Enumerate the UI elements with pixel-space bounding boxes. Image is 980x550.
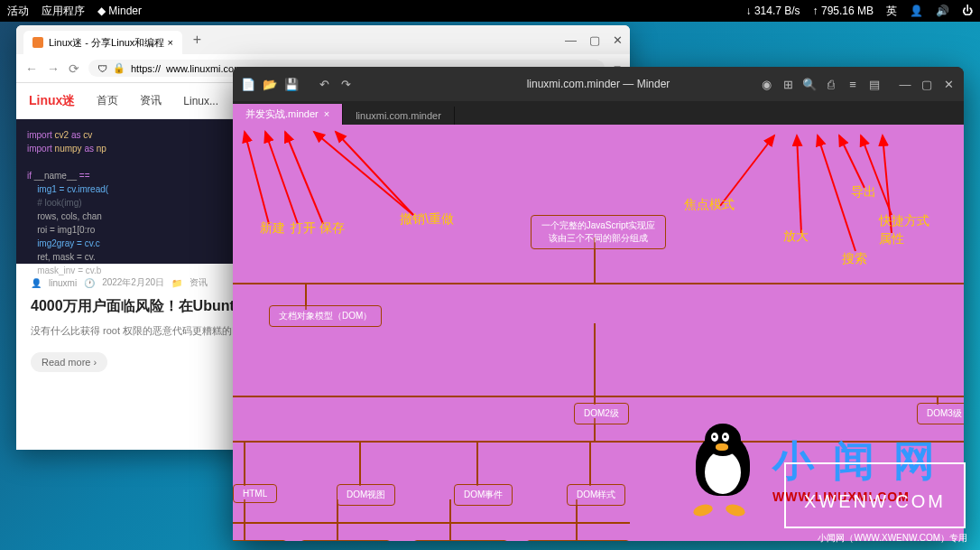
window-maximize-button[interactable]: ▢: [917, 74, 937, 94]
svg-line-6: [720, 135, 774, 206]
net-up-indicator: ↑ 795.16 MB: [813, 5, 874, 17]
edge: [233, 283, 964, 284]
annotation-label: 快捷方式: [879, 213, 929, 229]
annotation-label: 保存: [319, 220, 345, 237]
applications-button[interactable]: 应用程序: [42, 4, 85, 19]
annotation-label: 属性: [879, 231, 904, 247]
open-file-button[interactable]: 📂: [260, 74, 280, 94]
annotation-label: 放大: [783, 228, 809, 245]
menu-button[interactable]: ≡: [843, 74, 863, 94]
power-icon[interactable]: ⏻: [962, 5, 973, 17]
annotation-label: 打开: [291, 220, 316, 237]
annotation-label: 新建: [260, 220, 285, 237]
url-host: www.linuxmi.com: [166, 63, 242, 74]
user-icon[interactable]: 👤: [910, 5, 923, 17]
svg-line-4: [314, 132, 413, 215]
edge: [233, 522, 630, 524]
edge: [359, 441, 361, 486]
edge: [589, 441, 591, 486]
folder-icon: 📁: [171, 278, 182, 288]
edge: [233, 396, 964, 397]
site-logo[interactable]: Linux迷: [29, 93, 75, 109]
window-minimize-button[interactable]: —: [565, 33, 577, 47]
zoom-button[interactable]: ⊞: [778, 74, 798, 94]
activities-button[interactable]: 活动: [7, 4, 29, 19]
edge: [244, 441, 245, 486]
document-tab[interactable]: 并发实战.minder×: [233, 104, 343, 125]
author-icon: 👤: [31, 278, 42, 288]
edge: [594, 323, 596, 396]
document-tab[interactable]: linuxmi.com.minder: [343, 107, 455, 125]
edge: [449, 499, 451, 541]
new-tab-button[interactable]: +: [188, 32, 207, 48]
url-prefix: https://: [131, 63, 161, 74]
save-file-button[interactable]: 💾: [282, 74, 301, 94]
mindmap-node[interactable]: 定义了事件和事件处理的接口: [413, 540, 508, 541]
nav-home[interactable]: 首页: [97, 93, 118, 108]
watermark-overlay: XWENW.COM: [784, 462, 966, 528]
shield-icon: 🛡: [97, 63, 107, 74]
mindmap-node[interactable]: 定义了基于CSS为元素应用样式的接口: [526, 540, 630, 541]
svg-line-5: [336, 132, 413, 215]
mindmap-node[interactable]: DOM视图: [337, 484, 395, 506]
search-button[interactable]: 🔍: [800, 74, 819, 94]
focus-mode-button[interactable]: ◉: [756, 74, 776, 94]
volume-icon[interactable]: 🔊: [936, 5, 949, 17]
svg-line-3: [285, 132, 323, 224]
export-button[interactable]: ⎙: [821, 74, 841, 94]
edge: [337, 499, 338, 541]
new-file-button[interactable]: 📄: [238, 74, 258, 94]
svg-line-2: [265, 132, 298, 224]
reload-button[interactable]: ⟳: [69, 61, 79, 76]
close-tab-icon[interactable]: ×: [324, 108, 329, 119]
mindmap-node[interactable]: 础上加以扩HTML的对象: [233, 540, 287, 541]
window-minimize-button[interactable]: —: [895, 74, 915, 94]
nav-news[interactable]: 资讯: [140, 93, 162, 108]
mindmap-node-root[interactable]: 一个完整的JavaScript实现应该由三个不同的部分组成: [531, 215, 666, 249]
lock-icon: 🔒: [113, 62, 125, 74]
mindmap-node[interactable]: 文档对象模型（DOM）: [269, 305, 382, 327]
browser-tabstrip: Linux迷 - 分享Linux和编程 × + — ▢ ✕: [16, 25, 630, 54]
edge: [476, 441, 478, 486]
watermark-footer: 小闻网（WWW.XWENW.COM）专用: [818, 532, 967, 545]
tux-icon: [682, 424, 763, 514]
svg-line-8: [818, 135, 855, 251]
svg-line-9: [839, 135, 864, 188]
annotation-label: 导出: [851, 184, 876, 200]
window-close-button[interactable]: ✕: [938, 74, 958, 94]
forward-button[interactable]: →: [47, 61, 60, 76]
mindmap-node[interactable]: 定义了跟踪不同文档视图的接口: [300, 540, 391, 541]
mindmap-node[interactable]: DOM事件: [454, 484, 513, 506]
nav-linux[interactable]: Linux...: [183, 95, 218, 107]
annotation-label: 搜索: [842, 251, 867, 267]
gnome-topbar: 活动 应用程序 ◆ Minder ↓ 314.7 B/s ↑ 795.16 MB…: [0, 0, 980, 22]
mindmap-node[interactable]: HTML: [233, 484, 277, 503]
window-close-button[interactable]: ✕: [613, 33, 623, 47]
edge: [244, 499, 245, 541]
date-icon: 🕐: [84, 278, 95, 288]
mindmap-node[interactable]: DOM样式: [567, 484, 625, 506]
window-maximize-button[interactable]: ▢: [589, 33, 600, 47]
minder-title: linuxmi.com.minder — Minder: [527, 78, 670, 90]
tab-title: Linux迷 - 分享Linux和编程 ×: [49, 36, 173, 50]
minder-headerbar: 📄 📂 💾 ↶ ↷ linuxmi.com.minder — Minder ◉ …: [233, 67, 964, 101]
mindmap-node[interactable]: DOM2级: [574, 403, 629, 424]
svg-line-11: [883, 135, 892, 233]
annotation-label: 撤销\重做: [400, 211, 454, 228]
minder-tabbar: 并发实战.minder× linuxmi.com.minder: [233, 101, 964, 125]
read-more-button[interactable]: Read more ›: [31, 352, 107, 372]
svg-line-7: [797, 135, 801, 233]
input-method-indicator[interactable]: 英: [886, 4, 897, 19]
app-indicator[interactable]: ◆ Minder: [97, 5, 142, 17]
svg-line-10: [861, 135, 892, 215]
back-button[interactable]: ←: [25, 61, 38, 76]
browser-tab[interactable]: Linux迷 - 分享Linux和编程 ×: [23, 31, 182, 54]
annotation-label: 焦点模式: [684, 197, 735, 213]
favicon-icon: [32, 37, 43, 48]
undo-button[interactable]: ↶: [314, 74, 334, 94]
svg-line-1: [245, 132, 269, 224]
sidebar-toggle-button[interactable]: ▤: [864, 74, 884, 94]
net-down-indicator: ↓ 314.7 B/s: [746, 5, 800, 17]
redo-button[interactable]: ↷: [336, 74, 356, 94]
